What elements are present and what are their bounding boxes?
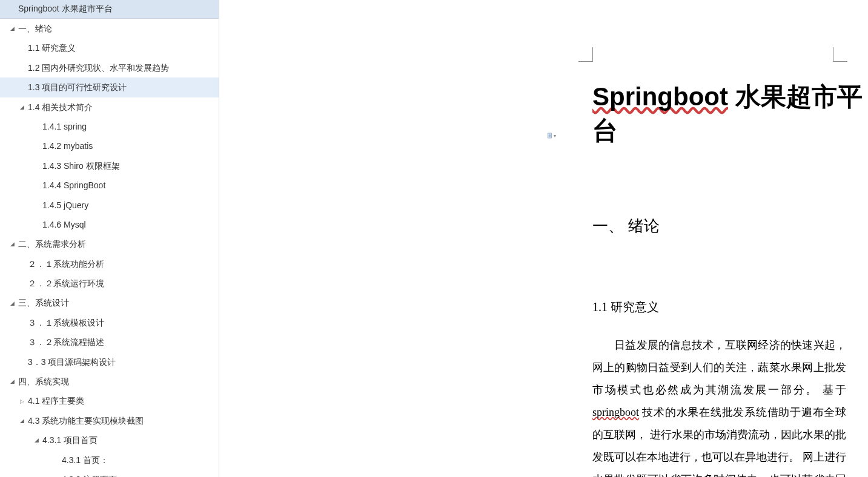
outline-sidebar[interactable]: Springboot 水果超市平台 一、绪论1.1 研究意义1.2 国内外研究现…: [0, 0, 219, 477]
outline-expand-icon[interactable]: [8, 377, 16, 386]
outline-item[interactable]: ３．１系统模板设计: [0, 313, 219, 332]
outline-item-label: 1.4.6 Mysql: [42, 218, 213, 231]
outline-item-label: ３．２系统流程描述: [28, 335, 213, 349]
paste-options-icon[interactable]: ▾: [548, 131, 556, 140]
outline-item[interactable]: 4.3 系统功能主要实现模块截图: [0, 411, 219, 430]
outline-item-label: ３．１系统模板设计: [28, 316, 213, 329]
document-title: Springboot 水果超市平台: [592, 80, 868, 148]
outline-item-label: 4.1 程序主要类: [28, 394, 213, 407]
document-canvas[interactable]: ▾ Springboot 水果超市平台 一、 绪论 1.1 研究意义 日益发展的…: [219, 0, 868, 477]
outline-item-label: ２．１系统功能分析: [28, 257, 213, 271]
svg-rect-0: [548, 133, 552, 138]
outline-item[interactable]: 1.1 研究意义: [0, 38, 219, 58]
outline-item-label: 1.2 国内外研究现状、水平和发展趋势: [28, 61, 213, 74]
outline-item-label: ２．２系统运行环境: [28, 277, 213, 290]
outline-item-label: 1.4.3 Shiro 权限框架: [42, 159, 213, 173]
outline-expand-icon[interactable]: [18, 102, 25, 112]
outline-item[interactable]: 1.3 项目的可行性研究设计: [0, 77, 219, 97]
outline-item-label: 1.1 研究意义: [28, 41, 213, 54]
section-heading-1-1: 1.1 研究意义: [592, 299, 659, 315]
outline-item-label: 1.4 相关技术简介: [28, 100, 213, 114]
outline-item[interactable]: 1.4.6 Mysql: [0, 215, 219, 234]
outline-item[interactable]: 二、系统需求分析: [0, 234, 219, 254]
outline-item-label: 4.3.2 注册页面：: [62, 473, 213, 477]
outline-item[interactable]: 1.4.5 jQuery: [0, 196, 219, 215]
title-word-1: Springboot: [592, 82, 728, 111]
outline-item-label: 四、系统实现: [18, 375, 213, 388]
outline-item[interactable]: 3．3 项目源码架构设计: [0, 352, 219, 372]
page-margin-corner-tl: [578, 47, 593, 62]
outline-expand-icon[interactable]: [18, 396, 25, 406]
outline-item[interactable]: 三、系统设计: [0, 293, 219, 312]
outline-tree: 一、绪论1.1 研究意义1.2 国内外研究现状、水平和发展趋势1.3 项目的可行…: [0, 19, 219, 477]
outline-item-label: 1.4.1 spring: [42, 120, 213, 133]
outline-item-label: 3．3 项目源码架构设计: [28, 355, 213, 369]
outline-item[interactable]: 4.3.2 注册页面：: [0, 470, 219, 477]
outline-item[interactable]: ２．１系统功能分析: [0, 254, 219, 274]
outline-item-label: 4.3.1 项目首页: [42, 433, 213, 447]
outline-item[interactable]: ２．２系统运行环境: [0, 274, 219, 293]
outline-expand-icon[interactable]: [8, 239, 16, 249]
outline-item[interactable]: 一、绪论: [0, 19, 219, 38]
outline-item[interactable]: 1.2 国内外研究现状、水平和发展趋势: [0, 58, 219, 77]
outline-item[interactable]: 1.4 相关技术简介: [0, 97, 219, 117]
outline-item[interactable]: 4.3.1 首页：: [0, 450, 219, 470]
outline-item[interactable]: 四、系统实现: [0, 372, 219, 391]
outline-title: Springboot 水果超市平台: [0, 0, 219, 19]
outline-item[interactable]: 1.4.2 mybatis: [0, 136, 219, 156]
outline-item-label: 1.4.2 mybatis: [42, 139, 213, 153]
body-run-1: 日益发展的信息技术，互联网经济的快速兴起，网上的购物日益受到人们的关注，蔬菜水果…: [592, 339, 846, 396]
body-paragraph: 日益发展的信息技术，互联网经济的快速兴起，网上的购物日益受到人们的关注，蔬菜水果…: [592, 334, 846, 477]
body-spellcheck-word: springboot: [592, 406, 639, 418]
outline-expand-icon[interactable]: [18, 416, 25, 426]
outline-item[interactable]: ３．２系统流程描述: [0, 332, 219, 352]
outline-item[interactable]: 1.4.1 spring: [0, 117, 219, 136]
outline-item[interactable]: 4.3.1 项目首页: [0, 430, 219, 450]
outline-item-label: 三、系统设计: [18, 296, 213, 309]
outline-item-label: 1.4.5 jQuery: [42, 199, 213, 212]
section-heading-1: 一、 绪论: [592, 215, 660, 237]
outline-expand-icon[interactable]: [8, 298, 16, 308]
outline-item-label: 一、绪论: [18, 22, 213, 35]
page-margin-corner-tr: [833, 47, 847, 62]
outline-item-label: 4.3 系统功能主要实现模块截图: [28, 414, 213, 427]
outline-item[interactable]: 1.4.3 Shiro 权限框架: [0, 156, 219, 176]
outline-item-label: 1.3 项目的可行性研究设计: [28, 81, 213, 94]
outline-expand-icon[interactable]: [8, 24, 16, 33]
outline-item[interactable]: 4.1 程序主要类: [0, 391, 219, 410]
outline-expand-icon[interactable]: [33, 435, 40, 445]
outline-item-label: 1.4.4 SpringBoot: [42, 179, 213, 192]
outline-item-label: 二、系统需求分析: [18, 237, 213, 251]
outline-item[interactable]: 1.4.4 SpringBoot: [0, 176, 219, 195]
outline-item-label: 4.3.1 首页：: [62, 453, 213, 467]
